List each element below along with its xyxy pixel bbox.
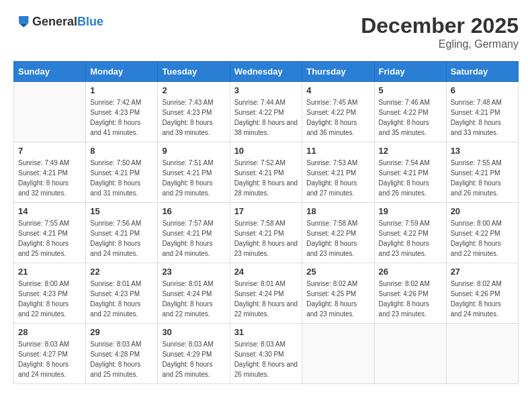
day-number: 19 bbox=[379, 206, 442, 216]
day-info: Sunrise: 8:01 AMSunset: 4:23 PMDaylight:… bbox=[90, 279, 153, 319]
calendar-cell bbox=[14, 82, 86, 142]
day-number: 12 bbox=[379, 146, 442, 156]
page-header: GeneralBlue December 2025 Egling, German… bbox=[13, 13, 519, 50]
location-text: Egling, Germany bbox=[361, 38, 519, 50]
calendar-cell: 29Sunrise: 8:03 AMSunset: 4:28 PMDayligh… bbox=[86, 324, 158, 384]
svg-marker-0 bbox=[19, 16, 28, 23]
day-number: 25 bbox=[306, 267, 369, 277]
day-number: 24 bbox=[234, 267, 298, 277]
day-number: 5 bbox=[379, 85, 442, 95]
calendar-cell: 19Sunrise: 7:59 AMSunset: 4:22 PMDayligh… bbox=[374, 203, 446, 263]
day-number: 1 bbox=[90, 85, 153, 95]
day-info: Sunrise: 7:54 AMSunset: 4:21 PMDaylight:… bbox=[379, 158, 442, 198]
day-number: 7 bbox=[18, 146, 81, 156]
day-info: Sunrise: 8:01 AMSunset: 4:24 PMDaylight:… bbox=[234, 279, 298, 319]
logo-icon bbox=[13, 13, 30, 30]
day-info: Sunrise: 7:56 AMSunset: 4:21 PMDaylight:… bbox=[90, 218, 153, 259]
logo: GeneralBlue bbox=[13, 13, 103, 30]
calendar-cell bbox=[446, 324, 518, 384]
day-info: Sunrise: 8:02 AMSunset: 4:26 PMDaylight:… bbox=[451, 279, 514, 319]
day-info: Sunrise: 7:44 AMSunset: 4:22 PMDaylight:… bbox=[234, 97, 298, 138]
day-number: 31 bbox=[234, 327, 298, 337]
day-info: Sunrise: 8:03 AMSunset: 4:27 PMDaylight:… bbox=[18, 339, 81, 379]
day-info: Sunrise: 7:59 AMSunset: 4:22 PMDaylight:… bbox=[379, 218, 442, 259]
logo-blue-text: Blue bbox=[77, 15, 103, 28]
svg-marker-1 bbox=[19, 23, 28, 27]
day-info: Sunrise: 8:01 AMSunset: 4:24 PMDaylight:… bbox=[162, 279, 225, 319]
day-info: Sunrise: 7:42 AMSunset: 4:23 PMDaylight:… bbox=[90, 97, 153, 138]
day-info: Sunrise: 7:51 AMSunset: 4:21 PMDaylight:… bbox=[162, 158, 225, 198]
week-row-5: 28Sunrise: 8:03 AMSunset: 4:27 PMDayligh… bbox=[14, 324, 519, 384]
day-info: Sunrise: 7:50 AMSunset: 4:21 PMDaylight:… bbox=[90, 158, 153, 198]
day-number: 20 bbox=[451, 206, 514, 216]
day-info: Sunrise: 8:02 AMSunset: 4:26 PMDaylight:… bbox=[379, 279, 442, 319]
calendar-cell: 2Sunrise: 7:43 AMSunset: 4:23 PMDaylight… bbox=[158, 82, 230, 142]
column-header-friday: Friday bbox=[374, 62, 446, 82]
calendar-cell: 30Sunrise: 8:03 AMSunset: 4:29 PMDayligh… bbox=[158, 324, 230, 384]
day-number: 18 bbox=[306, 206, 369, 216]
day-number: 27 bbox=[451, 267, 514, 277]
week-row-3: 14Sunrise: 7:55 AMSunset: 4:21 PMDayligh… bbox=[14, 203, 519, 263]
day-info: Sunrise: 8:00 AMSunset: 4:23 PMDaylight:… bbox=[18, 279, 81, 319]
column-header-saturday: Saturday bbox=[446, 62, 518, 82]
day-info: Sunrise: 7:43 AMSunset: 4:23 PMDaylight:… bbox=[162, 97, 225, 138]
day-number: 17 bbox=[234, 206, 298, 216]
calendar-cell: 11Sunrise: 7:53 AMSunset: 4:21 PMDayligh… bbox=[302, 142, 374, 203]
day-info: Sunrise: 7:57 AMSunset: 4:21 PMDaylight:… bbox=[162, 218, 225, 259]
day-number: 4 bbox=[306, 85, 369, 95]
calendar-cell: 1Sunrise: 7:42 AMSunset: 4:23 PMDaylight… bbox=[86, 82, 158, 142]
calendar-cell: 9Sunrise: 7:51 AMSunset: 4:21 PMDaylight… bbox=[158, 142, 230, 203]
calendar-cell: 3Sunrise: 7:44 AMSunset: 4:22 PMDaylight… bbox=[230, 82, 302, 142]
day-number: 8 bbox=[90, 146, 153, 156]
calendar-cell: 17Sunrise: 7:58 AMSunset: 4:21 PMDayligh… bbox=[230, 203, 302, 263]
day-info: Sunrise: 7:55 AMSunset: 4:21 PMDaylight:… bbox=[18, 218, 81, 259]
column-header-thursday: Thursday bbox=[302, 62, 374, 82]
calendar-cell: 6Sunrise: 7:48 AMSunset: 4:21 PMDaylight… bbox=[446, 82, 518, 142]
day-number: 30 bbox=[162, 327, 225, 337]
calendar-cell: 26Sunrise: 8:02 AMSunset: 4:26 PMDayligh… bbox=[374, 263, 446, 324]
title-block: December 2025 Egling, Germany bbox=[361, 13, 519, 50]
calendar-cell: 15Sunrise: 7:56 AMSunset: 4:21 PMDayligh… bbox=[86, 203, 158, 263]
day-info: Sunrise: 8:03 AMSunset: 4:28 PMDaylight:… bbox=[90, 339, 153, 379]
day-info: Sunrise: 8:00 AMSunset: 4:22 PMDaylight:… bbox=[451, 218, 514, 259]
calendar-cell: 10Sunrise: 7:52 AMSunset: 4:21 PMDayligh… bbox=[230, 142, 302, 203]
calendar-cell: 12Sunrise: 7:54 AMSunset: 4:21 PMDayligh… bbox=[374, 142, 446, 203]
calendar-cell: 25Sunrise: 8:02 AMSunset: 4:25 PMDayligh… bbox=[302, 263, 374, 324]
day-info: Sunrise: 7:46 AMSunset: 4:22 PMDaylight:… bbox=[379, 97, 442, 138]
day-info: Sunrise: 7:52 AMSunset: 4:21 PMDaylight:… bbox=[234, 158, 298, 198]
day-number: 6 bbox=[451, 85, 514, 95]
calendar-cell: 13Sunrise: 7:55 AMSunset: 4:21 PMDayligh… bbox=[446, 142, 518, 203]
day-number: 29 bbox=[90, 327, 153, 337]
calendar-header-row: SundayMondayTuesdayWednesdayThursdayFrid… bbox=[14, 62, 519, 82]
day-number: 13 bbox=[451, 146, 514, 156]
day-info: Sunrise: 7:58 AMSunset: 4:21 PMDaylight:… bbox=[234, 218, 298, 259]
calendar-cell: 4Sunrise: 7:45 AMSunset: 4:22 PMDaylight… bbox=[302, 82, 374, 142]
day-info: Sunrise: 7:58 AMSunset: 4:22 PMDaylight:… bbox=[306, 218, 369, 259]
calendar-cell: 16Sunrise: 7:57 AMSunset: 4:21 PMDayligh… bbox=[158, 203, 230, 263]
day-number: 21 bbox=[18, 267, 81, 277]
calendar-cell: 20Sunrise: 8:00 AMSunset: 4:22 PMDayligh… bbox=[446, 203, 518, 263]
day-number: 26 bbox=[379, 267, 442, 277]
week-row-2: 7Sunrise: 7:49 AMSunset: 4:21 PMDaylight… bbox=[14, 142, 519, 203]
day-number: 10 bbox=[234, 146, 298, 156]
day-number: 28 bbox=[18, 327, 81, 337]
calendar-cell: 14Sunrise: 7:55 AMSunset: 4:21 PMDayligh… bbox=[14, 203, 86, 263]
calendar-cell: 24Sunrise: 8:01 AMSunset: 4:24 PMDayligh… bbox=[230, 263, 302, 324]
day-number: 14 bbox=[18, 206, 81, 216]
day-info: Sunrise: 7:45 AMSunset: 4:22 PMDaylight:… bbox=[306, 97, 369, 138]
day-number: 11 bbox=[306, 146, 369, 156]
day-number: 3 bbox=[234, 85, 298, 95]
month-title: December 2025 bbox=[361, 13, 519, 38]
column-header-tuesday: Tuesday bbox=[158, 62, 230, 82]
calendar-cell: 8Sunrise: 7:50 AMSunset: 4:21 PMDaylight… bbox=[86, 142, 158, 203]
calendar-cell: 7Sunrise: 7:49 AMSunset: 4:21 PMDaylight… bbox=[14, 142, 86, 203]
calendar-cell: 31Sunrise: 8:03 AMSunset: 4:30 PMDayligh… bbox=[230, 324, 302, 384]
calendar-cell: 28Sunrise: 8:03 AMSunset: 4:27 PMDayligh… bbox=[14, 324, 86, 384]
week-row-4: 21Sunrise: 8:00 AMSunset: 4:23 PMDayligh… bbox=[14, 263, 519, 324]
calendar-cell: 22Sunrise: 8:01 AMSunset: 4:23 PMDayligh… bbox=[86, 263, 158, 324]
day-info: Sunrise: 8:03 AMSunset: 4:30 PMDaylight:… bbox=[234, 339, 298, 379]
day-number: 15 bbox=[90, 206, 153, 216]
calendar-cell: 5Sunrise: 7:46 AMSunset: 4:22 PMDaylight… bbox=[374, 82, 446, 142]
day-number: 2 bbox=[162, 85, 225, 95]
logo-general-text: General bbox=[32, 15, 77, 28]
